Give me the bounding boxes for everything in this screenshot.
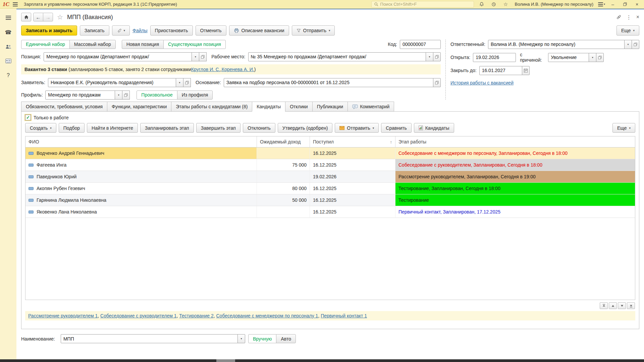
- naming-manual-option[interactable]: Вручную: [248, 334, 277, 343]
- opened-field[interactable]: [473, 53, 516, 62]
- tab-candidates[interactable]: Кандидаты: [252, 102, 285, 112]
- vacancy-description-button[interactable]: Описание вакансии: [229, 25, 289, 36]
- send-button[interactable]: Отправить▾: [292, 25, 335, 36]
- favorites-star-icon[interactable]: ☆: [501, 1, 510, 8]
- naming-dropdown-button[interactable]: ▾: [237, 334, 245, 343]
- home-button[interactable]: [21, 13, 31, 21]
- workplace-field[interactable]: [248, 52, 426, 61]
- help-question-icon[interactable]: ?: [4, 71, 13, 80]
- create-button[interactable]: Создать▾: [25, 123, 56, 133]
- rail-menu-icon[interactable]: [4, 13, 13, 22]
- table-row[interactable]: Акопян Рубен Гезевич 80 000 16.12.2025 Т…: [25, 183, 635, 194]
- reason-open-button[interactable]: [596, 53, 604, 62]
- employee2-link[interactable]: Коренева А. И.: [222, 67, 254, 72]
- tab-duties[interactable]: Обязанности, требования, условия: [21, 102, 107, 112]
- reason-field[interactable]: [548, 53, 589, 62]
- stage-link[interactable]: Собеседование с руководителем 1: [100, 313, 176, 318]
- position-new-option[interactable]: Новая позиция: [122, 40, 164, 49]
- naming-auto-option[interactable]: Авто: [276, 334, 296, 343]
- employees-people-icon[interactable]: [4, 42, 13, 51]
- profile-dropdown-button[interactable]: ▾: [115, 90, 122, 100]
- header-name[interactable]: ФИО: [25, 136, 257, 147]
- profile-field[interactable]: [45, 90, 115, 100]
- tab-publications[interactable]: Публикации: [312, 102, 348, 112]
- workplace-dropdown-button[interactable]: ▾: [426, 52, 433, 61]
- restore-button[interactable]: [621, 1, 629, 8]
- stage-link[interactable]: Собеседование с менеджером по персоналу …: [216, 313, 318, 318]
- form-more-button[interactable]: Еще▾: [616, 25, 639, 36]
- save-close-button[interactable]: Записать и закрыть: [21, 25, 77, 36]
- position-field[interactable]: [44, 52, 192, 61]
- responsible-field[interactable]: [488, 40, 625, 49]
- tab-comment[interactable]: Комментарий: [347, 102, 394, 112]
- position-open-button[interactable]: [199, 52, 207, 61]
- get-link-icon[interactable]: [616, 14, 622, 20]
- position-dropdown-button[interactable]: ▾: [192, 52, 199, 61]
- responsible-dropdown-button[interactable]: ▾: [624, 40, 632, 49]
- applicant-dropdown-button[interactable]: ▾: [176, 78, 183, 87]
- notifications-bell-icon[interactable]: [477, 1, 486, 8]
- close-by-calendar-button[interactable]: [522, 66, 530, 75]
- discussions-phone-icon[interactable]: ☎: [4, 28, 13, 37]
- go-first-button[interactable]: [600, 302, 608, 309]
- send-candidate-button[interactable]: Отправить▾: [335, 123, 379, 133]
- employee1-link[interactable]: Круглов И. С.: [191, 67, 220, 72]
- cancel-button[interactable]: Отменить: [196, 25, 226, 36]
- stage-link[interactable]: Первичный контакт 1: [321, 313, 367, 318]
- profile-from-profile-option[interactable]: Из профиля: [177, 90, 213, 100]
- suspend-button[interactable]: Приостановить: [150, 25, 193, 36]
- current-user[interactable]: Волина И.В. (Менеджер по персоналу): [515, 2, 593, 7]
- save-button[interactable]: Записать: [80, 25, 109, 36]
- naming-field[interactable]: [61, 334, 238, 343]
- position-existing-option[interactable]: Существующая позиция: [163, 40, 226, 49]
- tab-functions[interactable]: Функции, характеристики: [107, 102, 171, 112]
- reject-button[interactable]: Отклонить: [243, 123, 275, 133]
- minimize-button[interactable]: –: [608, 1, 617, 8]
- schedule-stage-button[interactable]: Запланировать этап: [140, 123, 194, 133]
- close-by-field[interactable]: [479, 66, 522, 75]
- go-down-button[interactable]: [618, 302, 626, 309]
- table-row[interactable]: Паведников Юрий 19.02.2026 Рассмотрение …: [25, 171, 635, 183]
- compare-button[interactable]: Сравнить: [381, 123, 411, 133]
- table-row[interactable]: Водченко Андрей Геннадьевич 16.12.2025 С…: [25, 147, 635, 159]
- stage-link[interactable]: Рассмотрение руководителем 1: [28, 313, 98, 318]
- attachments-button[interactable]: ▾: [112, 25, 130, 36]
- table-row[interactable]: Фатеева Инга 75 000 16.12.2025 Собеседов…: [25, 159, 635, 171]
- back-button[interactable]: ←: [33, 13, 43, 21]
- stage-link[interactable]: Тестирование 2: [179, 313, 213, 318]
- contact-card-icon[interactable]: [4, 57, 13, 65]
- basis-field[interactable]: [224, 78, 433, 87]
- favorite-star-icon[interactable]: ☆: [57, 13, 63, 21]
- basis-open-button[interactable]: [433, 78, 441, 87]
- candidates-more-button[interactable]: Еще▾: [612, 123, 635, 133]
- approve-button[interactable]: Утвердить (одобрен): [278, 123, 333, 133]
- applicant-field[interactable]: [48, 78, 176, 87]
- applicant-open-button[interactable]: [183, 78, 191, 87]
- tab-stages[interactable]: Этапы работы с кандидатами (8): [171, 102, 252, 112]
- close-app-button[interactable]: ×: [633, 1, 641, 8]
- go-last-button[interactable]: [627, 302, 635, 309]
- close-form-button[interactable]: ×: [636, 14, 639, 20]
- go-up-button[interactable]: [609, 302, 617, 309]
- vacancy-history-link[interactable]: История работы с вакансией: [450, 80, 514, 85]
- main-menu-icon[interactable]: [13, 2, 18, 6]
- header-received[interactable]: Поступил↑: [310, 136, 395, 147]
- table-row[interactable]: Яковенко Лана Николаевна 16.12.2025 Перв…: [25, 206, 635, 218]
- finish-stage-button[interactable]: Завершить этап: [196, 123, 240, 133]
- global-search-input[interactable]: Поиск Ctrl+Shift+F: [371, 1, 474, 8]
- profile-open-button[interactable]: [122, 90, 130, 100]
- reason-dropdown-button[interactable]: ▾: [589, 53, 596, 62]
- code-field[interactable]: [400, 40, 441, 49]
- history-icon[interactable]: [489, 1, 498, 8]
- functions-menu-icon[interactable]: ▾: [598, 2, 605, 6]
- files-link[interactable]: Файлы: [132, 28, 147, 33]
- only-in-work-checkbox[interactable]: ✓: [25, 115, 31, 120]
- tab-responses[interactable]: Отклики: [285, 102, 313, 112]
- kebab-menu-icon[interactable]: ⋮: [626, 14, 632, 20]
- table-row[interactable]: Гарянина Людмила Николаевна 50 000 16.12…: [25, 194, 635, 206]
- recruit-mass-option[interactable]: Массовый набор: [69, 40, 116, 49]
- forward-button[interactable]: →: [43, 13, 53, 21]
- candidates-report-button[interactable]: Кандидаты: [414, 123, 454, 133]
- header-stage[interactable]: Этап работы: [395, 136, 635, 147]
- profile-arbitrary-option[interactable]: Произвольное: [137, 90, 177, 100]
